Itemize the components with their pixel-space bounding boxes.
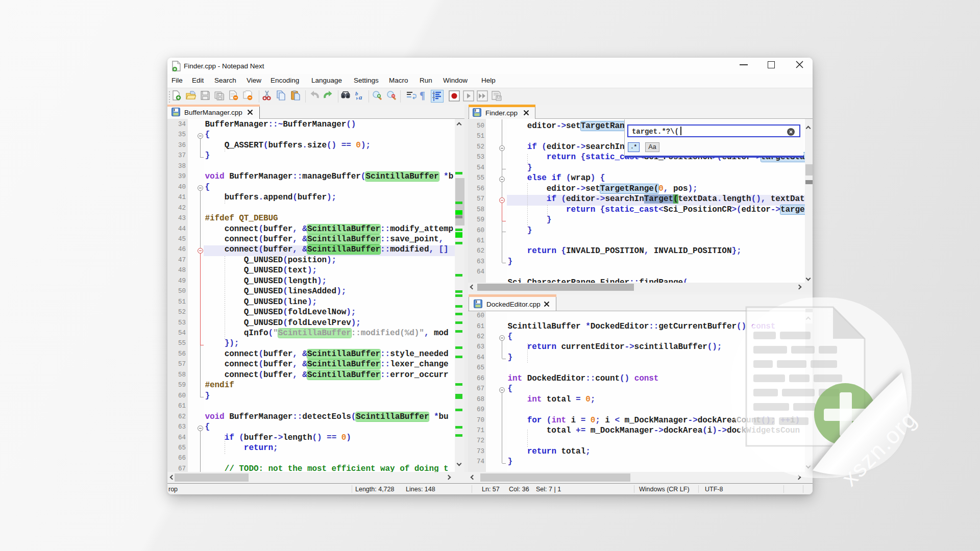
svg-text:¶: ¶ — [420, 90, 425, 101]
svg-text:a: a — [359, 93, 362, 101]
svg-text:b: b — [355, 90, 358, 96]
